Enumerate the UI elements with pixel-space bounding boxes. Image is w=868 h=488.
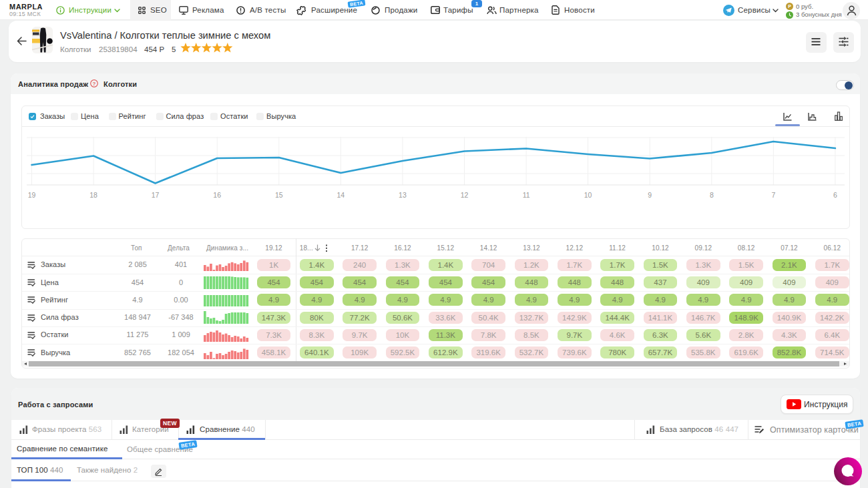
- svg-text:?: ?: [93, 81, 96, 87]
- svg-text:P: P: [788, 4, 791, 9]
